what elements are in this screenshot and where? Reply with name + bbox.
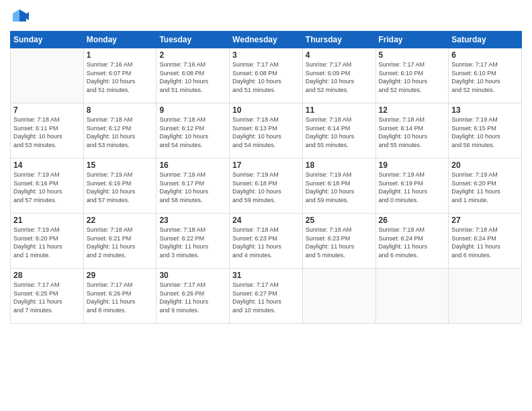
- calendar-page: SundayMondayTuesdayWednesdayThursdayFrid…: [0, 0, 532, 411]
- day-number: 23: [159, 216, 226, 225]
- calendar-cell: 3Sunrise: 7:17 AM Sunset: 6:08 PM Daylig…: [230, 48, 303, 103]
- day-number: 6: [451, 50, 519, 60]
- day-info: Sunrise: 7:17 AM Sunset: 6:10 PM Dayligh…: [451, 60, 519, 94]
- day-number: 31: [232, 271, 300, 280]
- calendar-cell: 2Sunrise: 7:16 AM Sunset: 6:08 PM Daylig…: [157, 48, 230, 103]
- weekday-header-saturday: Saturday: [449, 32, 522, 48]
- calendar-cell: 24Sunrise: 7:18 AM Sunset: 6:23 PM Dayli…: [230, 214, 303, 269]
- day-number: 10: [232, 105, 300, 115]
- weekday-header-row: SundayMondayTuesdayWednesdayThursdayFrid…: [11, 32, 522, 48]
- calendar-cell: 5Sunrise: 7:17 AM Sunset: 6:10 PM Daylig…: [375, 48, 449, 103]
- day-number: 20: [451, 161, 519, 170]
- calendar-cell: 25Sunrise: 7:18 AM Sunset: 6:23 PM Dayli…: [302, 214, 375, 269]
- calendar-cell: 17Sunrise: 7:19 AM Sunset: 6:18 PM Dayli…: [230, 158, 303, 214]
- day-number: 7: [13, 105, 81, 115]
- day-info: Sunrise: 7:17 AM Sunset: 6:08 PM Dayligh…: [232, 60, 300, 94]
- calendar-week-4: 21Sunrise: 7:19 AM Sunset: 6:20 PM Dayli…: [11, 214, 522, 269]
- logo-icon: [10, 7, 29, 26]
- calendar-cell: 30Sunrise: 7:17 AM Sunset: 6:26 PM Dayli…: [157, 269, 230, 324]
- calendar-cell: 7Sunrise: 7:18 AM Sunset: 6:11 PM Daylig…: [11, 103, 84, 158]
- calendar-cell: 22Sunrise: 7:18 AM Sunset: 6:21 PM Dayli…: [83, 214, 157, 269]
- calendar-cell: 15Sunrise: 7:19 AM Sunset: 6:16 PM Dayli…: [83, 158, 157, 214]
- calendar-week-2: 7Sunrise: 7:18 AM Sunset: 6:11 PM Daylig…: [11, 103, 522, 158]
- calendar-cell: [375, 269, 449, 324]
- day-number: 12: [379, 105, 446, 115]
- day-info: Sunrise: 7:17 AM Sunset: 6:27 PM Dayligh…: [232, 281, 300, 314]
- day-info: Sunrise: 7:18 AM Sunset: 6:21 PM Dayligh…: [87, 226, 154, 259]
- day-number: 18: [306, 161, 373, 170]
- weekday-header-thursday: Thursday: [302, 32, 375, 48]
- day-number: 9: [159, 105, 226, 115]
- calendar-cell: 27Sunrise: 7:18 AM Sunset: 6:24 PM Dayli…: [449, 214, 522, 269]
- calendar-cell: 11Sunrise: 7:18 AM Sunset: 6:14 PM Dayli…: [302, 103, 375, 158]
- day-number: 1: [87, 50, 154, 60]
- day-number: 30: [159, 271, 226, 280]
- calendar-week-1: 1Sunrise: 7:16 AM Sunset: 6:07 PM Daylig…: [11, 48, 522, 103]
- calendar-cell: [11, 48, 84, 103]
- weekday-header-monday: Monday: [83, 32, 157, 48]
- calendar-cell: 31Sunrise: 7:17 AM Sunset: 6:27 PM Dayli…: [230, 269, 303, 324]
- weekday-header-friday: Friday: [375, 32, 449, 48]
- day-info: Sunrise: 7:17 AM Sunset: 6:10 PM Dayligh…: [379, 60, 446, 94]
- day-info: Sunrise: 7:19 AM Sunset: 6:19 PM Dayligh…: [379, 171, 446, 204]
- day-number: 19: [379, 161, 446, 170]
- weekday-header-sunday: Sunday: [11, 32, 84, 48]
- calendar-cell: [302, 269, 375, 324]
- day-number: 27: [451, 216, 519, 225]
- day-info: Sunrise: 7:19 AM Sunset: 6:18 PM Dayligh…: [306, 171, 373, 204]
- day-info: Sunrise: 7:18 AM Sunset: 6:23 PM Dayligh…: [232, 226, 300, 259]
- logo: [10, 7, 32, 26]
- day-info: Sunrise: 7:19 AM Sunset: 6:16 PM Dayligh…: [13, 171, 81, 204]
- day-number: 21: [13, 216, 81, 225]
- day-number: 2: [159, 50, 226, 60]
- calendar-cell: 20Sunrise: 7:19 AM Sunset: 6:20 PM Dayli…: [449, 158, 522, 214]
- day-number: 8: [87, 105, 154, 115]
- header: [10, 7, 522, 26]
- calendar-cell: 6Sunrise: 7:17 AM Sunset: 6:10 PM Daylig…: [449, 48, 522, 103]
- svg-marker-1: [13, 9, 19, 21]
- day-info: Sunrise: 7:16 AM Sunset: 6:08 PM Dayligh…: [159, 60, 226, 94]
- calendar-cell: 21Sunrise: 7:19 AM Sunset: 6:20 PM Dayli…: [11, 214, 84, 269]
- day-info: Sunrise: 7:19 AM Sunset: 6:20 PM Dayligh…: [451, 171, 519, 204]
- calendar-week-3: 14Sunrise: 7:19 AM Sunset: 6:16 PM Dayli…: [11, 158, 522, 214]
- calendar-cell: 26Sunrise: 7:18 AM Sunset: 6:24 PM Dayli…: [375, 214, 449, 269]
- day-info: Sunrise: 7:18 AM Sunset: 6:14 PM Dayligh…: [379, 116, 446, 149]
- calendar-cell: 19Sunrise: 7:19 AM Sunset: 6:19 PM Dayli…: [375, 158, 449, 214]
- calendar-cell: 16Sunrise: 7:19 AM Sunset: 6:17 PM Dayli…: [157, 158, 230, 214]
- calendar-cell: 4Sunrise: 7:17 AM Sunset: 6:09 PM Daylig…: [302, 48, 375, 103]
- day-number: 11: [306, 105, 373, 115]
- day-info: Sunrise: 7:19 AM Sunset: 6:17 PM Dayligh…: [159, 171, 226, 204]
- day-info: Sunrise: 7:18 AM Sunset: 6:14 PM Dayligh…: [306, 116, 373, 149]
- calendar-cell: 12Sunrise: 7:18 AM Sunset: 6:14 PM Dayli…: [375, 103, 449, 158]
- day-info: Sunrise: 7:18 AM Sunset: 6:11 PM Dayligh…: [13, 116, 81, 149]
- day-info: Sunrise: 7:19 AM Sunset: 6:20 PM Dayligh…: [13, 226, 81, 259]
- calendar-cell: 9Sunrise: 7:18 AM Sunset: 6:12 PM Daylig…: [157, 103, 230, 158]
- calendar-cell: 1Sunrise: 7:16 AM Sunset: 6:07 PM Daylig…: [83, 48, 157, 103]
- day-info: Sunrise: 7:19 AM Sunset: 6:18 PM Dayligh…: [232, 171, 300, 204]
- day-info: Sunrise: 7:17 AM Sunset: 6:26 PM Dayligh…: [159, 281, 226, 314]
- calendar-cell: 8Sunrise: 7:18 AM Sunset: 6:12 PM Daylig…: [83, 103, 157, 158]
- day-number: 17: [232, 161, 300, 170]
- day-info: Sunrise: 7:18 AM Sunset: 6:22 PM Dayligh…: [159, 226, 226, 259]
- day-info: Sunrise: 7:19 AM Sunset: 6:16 PM Dayligh…: [87, 171, 154, 204]
- day-number: 3: [232, 50, 300, 60]
- weekday-header-wednesday: Wednesday: [230, 32, 303, 48]
- calendar-week-5: 28Sunrise: 7:17 AM Sunset: 6:25 PM Dayli…: [11, 269, 522, 324]
- day-number: 26: [379, 216, 446, 225]
- calendar-cell: 10Sunrise: 7:18 AM Sunset: 6:13 PM Dayli…: [230, 103, 303, 158]
- day-info: Sunrise: 7:18 AM Sunset: 6:24 PM Dayligh…: [379, 226, 446, 259]
- day-number: 4: [306, 50, 373, 60]
- day-info: Sunrise: 7:18 AM Sunset: 6:12 PM Dayligh…: [87, 116, 154, 149]
- day-number: 25: [306, 216, 373, 225]
- day-number: 5: [379, 50, 446, 60]
- day-info: Sunrise: 7:18 AM Sunset: 6:13 PM Dayligh…: [232, 116, 300, 149]
- day-info: Sunrise: 7:19 AM Sunset: 6:15 PM Dayligh…: [451, 116, 519, 149]
- calendar-cell: 29Sunrise: 7:17 AM Sunset: 6:26 PM Dayli…: [83, 269, 157, 324]
- day-info: Sunrise: 7:17 AM Sunset: 6:25 PM Dayligh…: [13, 281, 81, 314]
- calendar-cell: 18Sunrise: 7:19 AM Sunset: 6:18 PM Dayli…: [302, 158, 375, 214]
- day-info: Sunrise: 7:17 AM Sunset: 6:09 PM Dayligh…: [306, 60, 373, 94]
- day-info: Sunrise: 7:16 AM Sunset: 6:07 PM Dayligh…: [87, 60, 154, 94]
- day-info: Sunrise: 7:18 AM Sunset: 6:12 PM Dayligh…: [159, 116, 226, 149]
- calendar-cell: 14Sunrise: 7:19 AM Sunset: 6:16 PM Dayli…: [11, 158, 84, 214]
- weekday-header-tuesday: Tuesday: [157, 32, 230, 48]
